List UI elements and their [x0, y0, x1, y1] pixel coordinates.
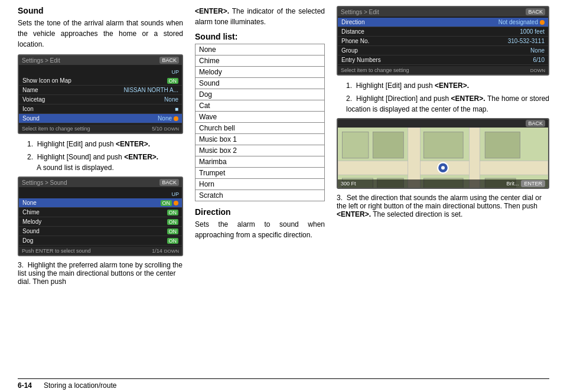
direction-title: Direction [195, 207, 325, 217]
right-row-distance[interactable]: Distance 1000 feet [338, 27, 548, 37]
screen2-up-label: UP [171, 191, 179, 197]
right-step-1: 1. Highlight [Edit] and push <ENTER>. [346, 80, 549, 91]
list-item-horn[interactable]: Horn [195, 179, 324, 190]
screen1-up-label: UP [171, 69, 179, 75]
map-header: BACK [338, 119, 548, 128]
footer-section: Storing a location/route [44, 381, 116, 390]
enter-text: <ENTER>. The indicator of the selected a… [195, 6, 325, 27]
right-screen1-back[interactable]: BACK [526, 8, 545, 15]
right-screen1-down: DOWN [530, 68, 545, 73]
page-footer: 6-14 Storing a location/route [18, 378, 549, 392]
screen1-title: Settings > Edit [22, 57, 60, 64]
right-screen1-title: Settings > Edit [341, 9, 379, 15]
list-item-dog[interactable]: Dog [195, 89, 324, 100]
screen2-footer: Push ENTER to select sound 1/14 DOWN [19, 247, 182, 255]
sound-list-table: None Chime Melody Sound Dog Cat Wave Chu… [195, 44, 325, 201]
map-footer: 300 Ft Brit... ENTER [338, 179, 548, 188]
list-item-wave[interactable]: Wave [195, 112, 324, 123]
footer-page-num: 6-14 [18, 381, 32, 390]
screen2-page: 1/14 [152, 248, 162, 254]
screen2-row-chime[interactable]: Chime ON [19, 208, 182, 217]
steps-1-2: 1. Highlight [Edit] and push <ENTER>. 2.… [18, 139, 183, 173]
screen1-header: Settings > Edit BACK [19, 55, 182, 65]
svg-rect-4 [342, 132, 369, 158]
screen2-body: UP None ON Chime ON Melody ON [19, 187, 182, 247]
right-screen1-info: Select item to change setting [341, 67, 409, 73]
middle-column: <ENTER>. The indicator of the selected a… [195, 6, 325, 378]
list-item-cat[interactable]: Cat [195, 100, 324, 112]
list-item-church-bell[interactable]: Church bell [195, 123, 324, 134]
right-step-2: 2. Highlight [Direction] and push <ENTER… [346, 93, 549, 115]
screen1-down: DOWN [164, 126, 179, 132]
svg-point-13 [441, 166, 445, 169]
screen2-row-none[interactable]: None ON [19, 198, 182, 208]
sound-section-title: Sound [18, 6, 183, 15]
right-screen1: Settings > Edit BACK Direction Not desig… [337, 6, 549, 76]
map-screen: BACK [337, 118, 549, 189]
left-column: Sound Sets the tone of the arrival alarm… [18, 6, 183, 378]
screen2-down: DOWN [164, 249, 179, 254]
right-screen1-header: Settings > Edit BACK [338, 7, 548, 17]
list-item-melody[interactable]: Melody [195, 67, 324, 78]
map-enter-btn[interactable]: ENTER [521, 180, 545, 187]
sound-list-title: Sound list: [195, 32, 325, 41]
sound-intro: Sets the tone of the arrival alarm that … [18, 18, 183, 50]
svg-rect-7 [485, 132, 520, 158]
screen1-row-2[interactable]: Voicetag None [19, 95, 182, 104]
screen1-row-4[interactable]: Sound None [19, 114, 182, 123]
list-item-trumpet[interactable]: Trumpet [195, 168, 324, 179]
list-item-scratch[interactable]: Scratch [195, 190, 324, 201]
screen2-row-melody[interactable]: Melody ON [19, 217, 182, 227]
list-item-none[interactable]: None [195, 44, 324, 55]
step-2: 2. Highlight [Sound] and push <ENTER>. A… [27, 152, 183, 173]
screen2-header: Settings > Sound BACK [19, 178, 182, 187]
direction-text: Sets the alarm to sound when approaching… [195, 219, 325, 240]
step-3-right: 3. Set the direction that sounds the ala… [337, 194, 549, 218]
right-column: Settings > Edit BACK Direction Not desig… [337, 6, 549, 378]
step-1: 1. Highlight [Edit] and push <ENTER>. [27, 139, 183, 149]
screen2-title: Settings > Sound [22, 179, 67, 186]
list-item-marimba[interactable]: Marimba [195, 156, 324, 168]
screen2-row-dog[interactable]: Dog ON [19, 236, 182, 246]
map-distance: 300 Ft [341, 181, 356, 187]
right-row-group[interactable]: Group None [338, 46, 548, 55]
screen1-page: 5/10 [152, 126, 162, 132]
list-item-music-box-2[interactable]: Music box 2 [195, 145, 324, 156]
direction-dot [540, 20, 545, 25]
svg-rect-5 [373, 132, 403, 158]
screen2-back-btn[interactable]: BACK [159, 179, 179, 186]
svg-rect-6 [423, 132, 463, 158]
screen2-row-sound[interactable]: Sound ON [19, 227, 182, 236]
screen1-footer-info: Select item to change setting [22, 126, 90, 132]
step-3-left: 3. Highlight the preferred alarm tone by… [18, 261, 183, 286]
right-row-entry[interactable]: Entry Numbers 6/10 [338, 55, 548, 65]
screen1-body: UP Show Icon on Map ON Name NISSAN NORTH… [19, 65, 182, 125]
screen1-back-btn[interactable]: BACK [159, 57, 179, 64]
map-back-btn[interactable]: BACK [526, 120, 545, 127]
page: Sound Sets the tone of the arrival alarm… [0, 0, 567, 392]
right-screen1-footer: Select item to change setting DOWN [338, 66, 548, 74]
screen2-footer-info: Push ENTER to select sound [22, 248, 91, 254]
right-row-phone[interactable]: Phone No. 310-532-3111 [338, 37, 548, 46]
selected-dot [174, 116, 178, 121]
list-item-chime[interactable]: Chime [195, 55, 324, 67]
none-dot [174, 201, 178, 205]
list-item-music-box-1[interactable]: Music box 1 [195, 134, 324, 145]
right-steps-1-2: 1. Highlight [Edit] and push <ENTER>. 2.… [337, 80, 549, 115]
list-item-sound[interactable]: Sound [195, 78, 324, 89]
screen1-footer: Select item to change setting 5/10 DOWN [19, 125, 182, 133]
screen1-row-0[interactable]: Show Icon on Map ON [19, 76, 182, 86]
screen1: Settings > Edit BACK UP Show Icon on Map… [18, 54, 183, 134]
screen1-row-1[interactable]: Name NISSAN NORTH A... [19, 86, 182, 95]
right-row-direction[interactable]: Direction Not designated [338, 18, 548, 27]
screen1-row-3[interactable]: Icon ■ [19, 104, 182, 114]
right-screen1-body: Direction Not designated Distance 1000 f… [338, 17, 548, 66]
screen2: Settings > Sound BACK UP None ON Chime [18, 177, 183, 256]
map-label: Brit... [506, 181, 519, 187]
